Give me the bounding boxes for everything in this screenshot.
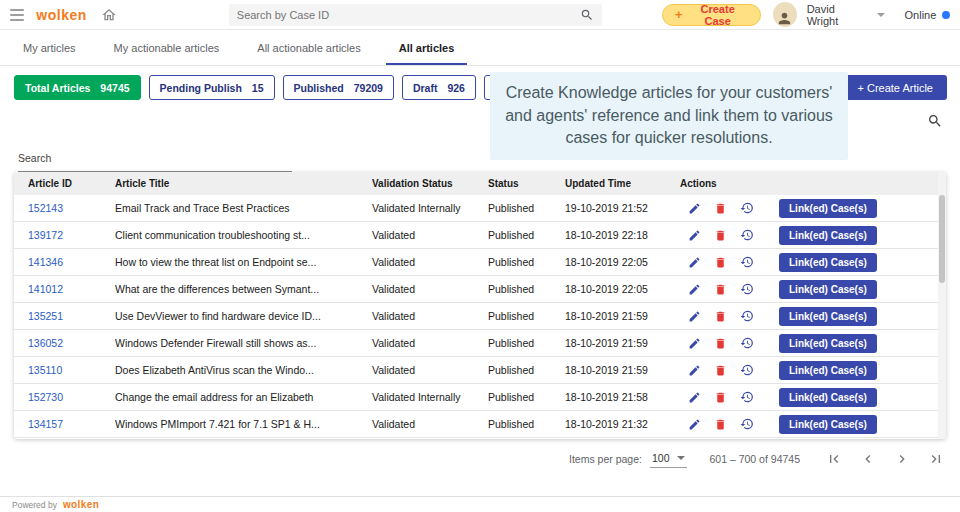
linked-cases-button[interactable]: Link(ed) Case(s) (779, 307, 877, 326)
updated-time: 18-10-2019 21:59 (565, 364, 680, 376)
article-status: Published (488, 256, 565, 268)
linked-cases-button[interactable]: Link(ed) Case(s) (779, 388, 877, 407)
table-header: Article ID Article Title Validation Stat… (14, 172, 946, 195)
next-page-icon[interactable] (894, 451, 910, 467)
article-id-link[interactable]: 134157 (28, 418, 115, 430)
online-status-dot[interactable] (942, 11, 950, 19)
linked-cases-button[interactable]: Link(ed) Case(s) (779, 253, 877, 272)
history-icon[interactable] (740, 336, 754, 350)
validation-status: Validated (372, 229, 488, 241)
history-icon[interactable] (740, 255, 754, 269)
search-icon[interactable] (927, 113, 943, 131)
stat-label: Published (294, 82, 344, 94)
linked-cases-button[interactable]: Link(ed) Case(s) (779, 334, 877, 353)
avatar[interactable] (773, 2, 797, 27)
edit-icon[interactable] (688, 310, 701, 323)
article-search-input[interactable] (18, 148, 292, 172)
article-id-link[interactable]: 135251 (28, 310, 115, 322)
table-row: 152730 Change the email address for an E… (14, 384, 946, 411)
tab-my-actionable-articles[interactable]: My actionable articles (95, 30, 239, 65)
edit-icon[interactable] (688, 229, 701, 242)
page-range-label: 601 – 700 of 94745 (709, 453, 800, 465)
history-icon[interactable] (740, 390, 754, 404)
table-row: 141012 What are the differences between … (14, 276, 946, 303)
tab-all-articles[interactable]: All articles (380, 30, 474, 65)
linked-cases-button[interactable]: Link(ed) Case(s) (779, 226, 877, 245)
edit-icon[interactable] (688, 391, 701, 404)
first-page-icon[interactable] (826, 451, 842, 467)
last-page-icon[interactable] (928, 451, 944, 467)
article-id-link[interactable]: 141346 (28, 256, 115, 268)
menu-icon[interactable] (10, 9, 24, 21)
edit-icon[interactable] (688, 283, 701, 296)
article-status: Published (488, 229, 565, 241)
prev-page-icon[interactable] (860, 451, 876, 467)
article-title: Use DevViewer to find hardware device ID… (115, 310, 372, 322)
edit-icon[interactable] (688, 337, 701, 350)
user-name[interactable]: David Wright (807, 3, 867, 27)
scrollbar-thumb[interactable] (939, 195, 945, 283)
validation-status: Validated (372, 310, 488, 322)
edit-icon[interactable] (688, 364, 701, 377)
table-row: 135251 Use DevViewer to find hardware de… (14, 303, 946, 330)
search-icon[interactable] (580, 8, 594, 22)
delete-icon[interactable] (714, 310, 727, 323)
updated-time: 19-10-2019 21:52 (565, 202, 680, 214)
linked-cases-button[interactable]: Link(ed) Case(s) (779, 415, 877, 434)
tab-my-articles[interactable]: My articles (4, 30, 95, 65)
article-id-link[interactable]: 136052 (28, 337, 115, 349)
delete-icon[interactable] (714, 283, 727, 296)
delete-icon[interactable] (714, 202, 727, 215)
stat-total-articles[interactable]: Total Articles 94745 (14, 75, 141, 100)
delete-icon[interactable] (714, 418, 727, 431)
validation-status: Validated (372, 364, 488, 376)
table-scrollbar[interactable] (938, 172, 946, 439)
case-search-box[interactable] (229, 4, 602, 26)
stat-published[interactable]: Published 79209 (283, 75, 394, 100)
stat-value: 79209 (354, 82, 383, 94)
delete-icon[interactable] (714, 229, 727, 242)
delete-icon[interactable] (714, 391, 727, 404)
delete-icon[interactable] (714, 256, 727, 269)
history-icon[interactable] (740, 228, 754, 242)
history-icon[interactable] (740, 417, 754, 431)
row-actions: Link(ed) Case(s) (680, 334, 946, 353)
stat-label: Pending Publish (160, 82, 242, 94)
edit-icon[interactable] (688, 418, 701, 431)
updated-time: 18-10-2019 21:59 (565, 337, 680, 349)
history-icon[interactable] (740, 309, 754, 323)
chevron-down-icon (677, 456, 685, 460)
validation-status: Validated (372, 337, 488, 349)
delete-icon[interactable] (714, 337, 727, 350)
stat-draft[interactable]: Draft 926 (402, 75, 476, 100)
delete-icon[interactable] (714, 364, 727, 377)
edit-icon[interactable] (688, 202, 701, 215)
create-article-button[interactable]: + Create Article (843, 75, 947, 100)
history-icon[interactable] (740, 363, 754, 377)
article-id-link[interactable]: 152143 (28, 202, 115, 214)
table-body: 152143 Email Track and Trace Best Practi… (14, 195, 946, 438)
history-icon[interactable] (740, 201, 754, 215)
home-icon[interactable] (101, 7, 117, 23)
article-id-link[interactable]: 135110 (28, 364, 115, 376)
row-actions: Link(ed) Case(s) (680, 199, 946, 218)
linked-cases-button[interactable]: Link(ed) Case(s) (779, 280, 877, 299)
case-search-input[interactable] (237, 9, 580, 21)
create-case-button[interactable]: + Create Case (662, 4, 761, 26)
items-per-page-select[interactable]: 100 (650, 450, 688, 468)
linked-cases-button[interactable]: Link(ed) Case(s) (779, 361, 877, 380)
edit-icon[interactable] (688, 256, 701, 269)
article-id-link[interactable]: 152730 (28, 391, 115, 403)
article-id-link[interactable]: 139172 (28, 229, 115, 241)
updated-time: 18-10-2019 22:05 (565, 256, 680, 268)
stat-pending-publish[interactable]: Pending Publish 15 (149, 75, 275, 100)
linked-cases-button[interactable]: Link(ed) Case(s) (779, 199, 877, 218)
history-icon[interactable] (740, 282, 754, 296)
article-id-link[interactable]: 141012 (28, 283, 115, 295)
article-title: Windows PMImport 7.421 for 7.1 SP1 & H..… (115, 418, 372, 430)
wolken-logo: wolken (36, 7, 86, 23)
tab-all-actionable-articles[interactable]: All actionable articles (238, 30, 379, 65)
row-actions: Link(ed) Case(s) (680, 307, 946, 326)
chevron-down-icon[interactable] (877, 13, 885, 17)
items-per-page-value: 100 (652, 452, 670, 464)
